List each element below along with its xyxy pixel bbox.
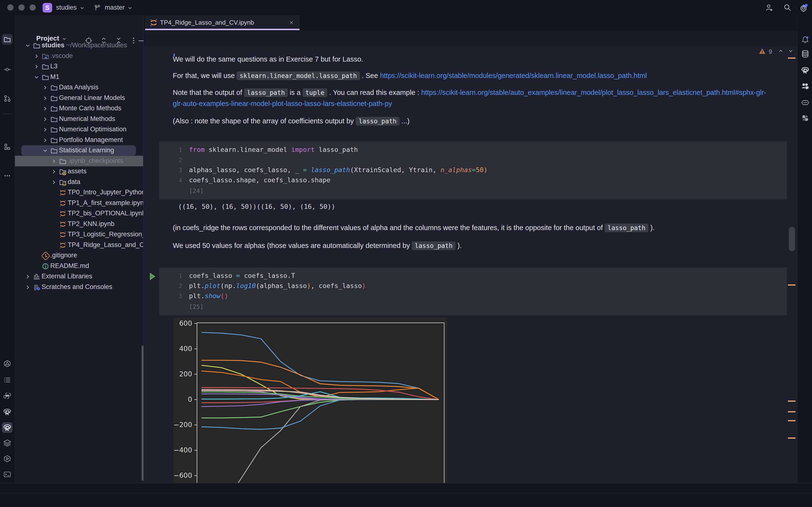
window-close-button[interactable]: [7, 4, 13, 11]
chevron-right-icon[interactable]: [42, 137, 48, 144]
tree-item-numerical-methods[interactable]: Numerical Methods: [15, 114, 143, 124]
folder-icon: [33, 42, 41, 50]
code-line[interactable]: from sklearn.linear_model import lasso_p…: [189, 146, 358, 153]
chevron-right-icon[interactable]: [42, 95, 48, 101]
chevron-right-icon[interactable]: [33, 53, 40, 59]
tree-item-general-linear-models[interactable]: General Linear Models: [15, 93, 143, 103]
window-zoom-button[interactable]: [30, 4, 36, 11]
code-line[interactable]: plt.plot(np.log10(alphas_lasso), coefs_l…: [189, 282, 366, 289]
tree-item-tp1-a-first-example-ipynb[interactable]: TP1_A_first_example.ipynb: [15, 198, 143, 208]
hyperlink[interactable]: https://scikit-learn.org/stable/auto_exa…: [421, 89, 766, 96]
chevron-right-icon[interactable]: [51, 169, 57, 175]
chevron-right-icon[interactable]: [42, 126, 48, 133]
database-tool-icon[interactable]: [800, 49, 811, 59]
chevron-right-icon[interactable]: [24, 274, 31, 280]
project-tool-icon[interactable]: [2, 34, 12, 45]
search-everywhere-button[interactable]: [783, 3, 792, 12]
editor-scrollbar-thumb[interactable]: [789, 227, 795, 251]
chevron-right-icon[interactable]: [42, 106, 48, 112]
tree-item-l3[interactable]: L3: [15, 61, 143, 71]
pull-requests-tool-icon[interactable]: [2, 93, 12, 104]
code-cell[interactable]: 1coefs_lasso = coefs_lasso.T2plt.plot(np…: [159, 268, 787, 315]
python-packages-tool-icon[interactable]: [2, 390, 12, 401]
r-graphics-tool-icon[interactable]: [800, 65, 811, 75]
run-cell-gutter-icon[interactable]: [149, 272, 156, 281]
terminal-tool-icon[interactable]: [2, 469, 12, 480]
chevron-right-icon[interactable]: [51, 158, 57, 164]
tree-item-external-libraries[interactable]: External Libraries: [15, 271, 143, 282]
tree-item--ipynb-checkpoints[interactable]: .ipynb_checkpoints: [15, 156, 143, 166]
tree-item-data-analysis[interactable]: Data Analysis: [15, 82, 143, 93]
code-cell[interactable]: 1from sklearn.linear_model import lasso_…: [159, 142, 787, 200]
project-switcher[interactable]: studies: [56, 4, 85, 11]
stripe-warning-mark[interactable]: [788, 411, 796, 412]
code-line[interactable]: coefs_lasso.shape, coefs_lasso.shape: [189, 176, 331, 184]
endpoints-tool-icon[interactable]: [2, 358, 12, 369]
window-minimize-button[interactable]: [18, 4, 24, 11]
stripe-warning-mark[interactable]: [788, 57, 796, 59]
prev-warning-icon[interactable]: [778, 48, 784, 55]
tree-item--gitignore[interactable]: .gitignore: [15, 250, 143, 261]
chevron-right-icon[interactable]: [42, 116, 48, 122]
tree-item-tp4-ridge-lasso-and-cv-ip[interactable]: TP4_Ridge_Lasso_and_CV.ip: [15, 240, 143, 250]
chevron-down-icon[interactable]: [33, 74, 40, 80]
tree-item-tp0-intro-jupyter-python-ip[interactable]: TP0_Intro_Jupyter_Python.ip: [15, 187, 143, 198]
tree-item-portfolio-management[interactable]: Portfolio Management: [15, 135, 143, 145]
folder-assets-icon: [59, 168, 67, 175]
chevron-right-icon[interactable]: [33, 63, 40, 70]
chevron-right-icon[interactable]: [51, 179, 57, 185]
stripe-warning-mark[interactable]: [788, 400, 796, 402]
line-number: 3: [159, 293, 182, 300]
tree-item--vscode[interactable]: .vscode: [15, 51, 143, 61]
services-tool-icon[interactable]: [2, 453, 12, 464]
code-token: =: [303, 166, 307, 174]
code-with-me-button[interactable]: [765, 3, 773, 12]
tree-item-assets[interactable]: assets: [15, 166, 143, 176]
text-run: . See: [360, 72, 380, 79]
inspections-widget[interactable]: 9: [759, 48, 798, 57]
branch-switcher[interactable]: master: [94, 4, 133, 11]
notifications-tool-icon[interactable]: [800, 35, 811, 45]
tab-close-icon[interactable]: ×: [290, 19, 293, 26]
stripe-warning-mark[interactable]: [788, 420, 796, 421]
chevron-down-icon[interactable]: [42, 148, 48, 154]
next-warning-icon[interactable]: [788, 48, 794, 55]
jupyter-icon: [59, 241, 67, 249]
code-with-me-chat-icon[interactable]: [800, 81, 811, 92]
stripe-warning-mark[interactable]: [788, 284, 796, 286]
chevron-down-icon[interactable]: [24, 43, 31, 49]
tree-item-statistical-learning[interactable]: Statistical Learning: [15, 145, 143, 156]
settings-button[interactable]: [799, 3, 809, 12]
chevron-right-icon[interactable]: [24, 284, 31, 290]
jupyter-icon: [59, 220, 67, 228]
more-tool-windows-icon[interactable]: [2, 170, 12, 181]
tree-item-studies[interactable]: studies ~/Workspace/studies: [15, 40, 143, 50]
chevron-right-icon[interactable]: [42, 84, 48, 91]
tree-item-scratches-and-consoles[interactable]: Scratches and Consoles: [15, 282, 143, 292]
tree-item-tp2-knn-ipynb[interactable]: TP2_KNN.ipynb: [15, 219, 143, 229]
r-console-tool-icon[interactable]: [2, 406, 12, 417]
code-line[interactable]: coefs_lasso = coefs_lasso.T: [189, 272, 295, 279]
layers-tool-icon[interactable]: [2, 438, 12, 448]
plugin-windmill-icon[interactable]: [800, 113, 811, 123]
hyperlink[interactable]: glr-auto-examples-linear-model-plot-lass…: [173, 100, 392, 107]
code-token: coefs_lasso.T: [240, 272, 295, 279]
stripe-warning-mark[interactable]: [788, 438, 796, 439]
execution-count-label: [24]: [189, 187, 203, 194]
hyperlink[interactable]: https://scikit-learn.org/stable/modules/…: [380, 72, 647, 79]
structure-tool-icon[interactable]: [2, 142, 12, 152]
commit-tool-icon[interactable]: [2, 64, 12, 75]
code-line[interactable]: plt.show(): [189, 292, 229, 300]
code-line[interactable]: alphas_lasso, coefs_lasso, _ = lasso_pat…: [189, 166, 488, 174]
tree-item-m1[interactable]: M1: [15, 72, 143, 82]
r-tools-tool-icon-selected[interactable]: [2, 422, 12, 433]
tree-item-data[interactable]: data: [15, 177, 143, 187]
tree-item-readme-md[interactable]: README.md: [15, 261, 143, 271]
conda-plugin-icon[interactable]: [800, 97, 811, 108]
tree-item-tp2-bis-optional-ipynb[interactable]: TP2_bis_OPTIONAL.ipynb: [15, 208, 143, 219]
todo-tool-icon[interactable]: [2, 375, 12, 385]
project-tree-scrollbar[interactable]: [142, 345, 144, 481]
tree-item-tp3-logistic-regression-an[interactable]: TP3_Logistic_Regression_an: [15, 229, 143, 239]
tree-item-numerical-optimisation[interactable]: Numerical Optimisation: [15, 124, 143, 134]
tree-item-monte-carlo-methods[interactable]: Monte Carlo Methods: [15, 103, 143, 113]
